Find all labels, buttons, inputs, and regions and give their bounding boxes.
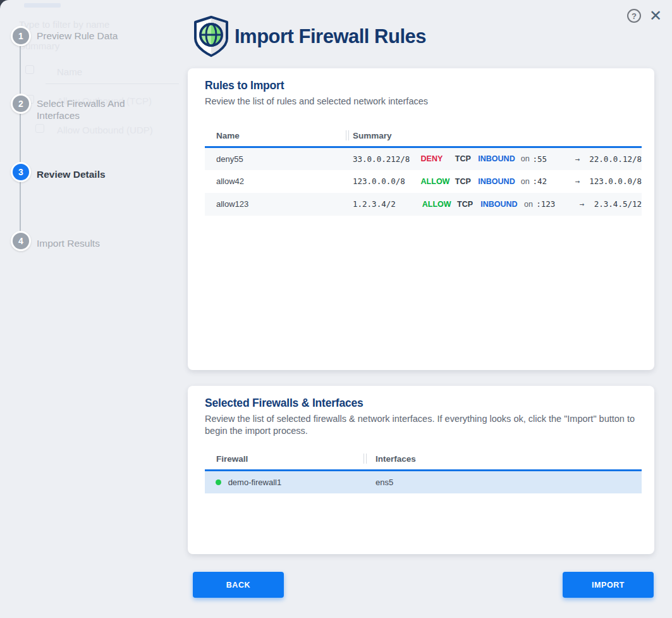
ghost-bar — [24, 3, 61, 8]
direction: INBOUND — [478, 177, 520, 186]
online-status-dot — [216, 479, 221, 485]
rule-name: deny55 — [205, 147, 349, 170]
port: :123 — [536, 199, 580, 209]
page-title: Import Firewall Rules — [235, 25, 426, 48]
ghost-name-header: Name — [57, 66, 82, 77]
selected-firewalls-card: Selected Firewalls & Interfaces Review t… — [188, 386, 654, 554]
stepper-item-preview-rule-data[interactable]: 1 Preview Rule Data — [11, 26, 144, 46]
main-panel: Import Firewall Rules ? ✕ Rules to Impor… — [176, 0, 672, 618]
rules-to-import-card: Rules to Import Review the list of rules… — [188, 68, 654, 370]
column-header-summary: Summary — [349, 125, 642, 147]
direction: INBOUND — [478, 154, 520, 163]
rule-row: allow123 1.2.3.4/2 ALLOW TCP INBOUND on … — [205, 193, 642, 216]
rules-table: Name Summary deny55 — [205, 125, 642, 216]
import-button[interactable]: IMPORT — [563, 572, 654, 598]
wizard-stepper-sidebar: Type to filter by name Summary Name Allo… — [0, 0, 176, 618]
rule-name: allow42 — [205, 170, 349, 193]
action-badge: ALLOW — [421, 177, 455, 186]
rule-summary: 1.2.3.4/2 ALLOW TCP INBOUND on :123 → 2.… — [349, 193, 642, 216]
step-label: Import Results — [37, 231, 144, 251]
dest-cidr: 2.3.4.5/12 — [594, 199, 642, 209]
column-header-firewall: Firewall — [205, 448, 367, 471]
step-label: Select Firewalls And Interfaces — [37, 94, 144, 121]
firewall-shield-globe-icon — [192, 15, 230, 61]
action-badge: ALLOW — [422, 200, 457, 209]
step-label: Review Details — [37, 162, 144, 182]
ghost-checkbox — [25, 65, 34, 74]
card-title: Selected Firewalls & Interfaces — [205, 397, 639, 410]
on-label: on — [521, 154, 533, 163]
step-number-badge: 2 — [11, 94, 31, 114]
arrow-icon: → — [575, 176, 589, 186]
rule-row: allow42 123.0.0.0/8 ALLOW TCP INBOUND on… — [205, 170, 642, 193]
firewall-name: demo-firewall1 — [205, 471, 367, 493]
protocol: TCP — [455, 154, 478, 163]
card-subtitle: Review the list of rules and selected ne… — [205, 96, 639, 108]
card-subtitle: Review the list of selected firewalls & … — [205, 413, 639, 437]
protocol: TCP — [455, 177, 478, 186]
import-firewall-rules-modal: Type to filter by name Summary Name Allo… — [0, 0, 672, 618]
source-cidr: 1.2.3.4/2 — [353, 199, 422, 209]
action-badge: DENY — [421, 154, 455, 163]
step-number-badge: 3 — [11, 162, 31, 182]
stepper-item-review-details[interactable]: 3 Review Details — [11, 162, 144, 182]
port: :42 — [532, 176, 575, 186]
on-label: on — [521, 177, 533, 186]
arrow-icon: → — [575, 154, 589, 164]
step-label: Preview Rule Data — [37, 26, 144, 46]
rule-name: allow123 — [205, 193, 349, 216]
step-number-badge: 4 — [11, 231, 31, 251]
stepper-item-import-results[interactable]: 4 Import Results — [11, 231, 144, 251]
protocol: TCP — [457, 200, 480, 209]
rule-summary: 123.0.0.0/8 ALLOW TCP INBOUND on :42 → 1… — [349, 170, 642, 193]
firewall-row: demo-firewall1 ens5 — [205, 471, 642, 493]
ghost-rule-udp: Allow Outbound (UDP) — [57, 125, 153, 135]
on-label: on — [524, 200, 536, 209]
firewalls-table: Firewall Interfaces demo-f — [205, 448, 642, 493]
column-header-interfaces: Interfaces — [367, 448, 642, 471]
stepper-item-select-firewalls[interactable]: 2 Select Firewalls And Interfaces — [11, 94, 144, 121]
close-icon[interactable]: ✕ — [647, 8, 664, 24]
help-icon[interactable]: ? — [627, 9, 641, 23]
column-header-name: Name — [205, 125, 349, 147]
card-title: Rules to Import — [205, 79, 639, 92]
dest-cidr: 123.0.0.0/8 — [589, 176, 642, 186]
source-cidr: 33.0.0.212/8 — [353, 154, 421, 164]
arrow-icon: → — [580, 199, 594, 209]
rule-row: deny55 33.0.0.212/8 DENY TCP INBOUND on … — [205, 147, 642, 170]
dest-cidr: 22.0.0.12/8 — [589, 154, 642, 164]
ghost-checkbox — [35, 124, 44, 133]
back-button[interactable]: BACK — [193, 572, 284, 598]
firewall-interfaces: ens5 — [367, 471, 642, 493]
port: :55 — [532, 154, 575, 164]
stepper-connector-line — [20, 36, 21, 241]
ghost-divider — [46, 83, 179, 84]
source-cidr: 123.0.0.0/8 — [353, 176, 421, 186]
direction: INBOUND — [480, 200, 524, 209]
rule-summary: 33.0.0.212/8 DENY TCP INBOUND on :55 → 2… — [349, 147, 642, 170]
step-number-badge: 1 — [11, 26, 31, 46]
